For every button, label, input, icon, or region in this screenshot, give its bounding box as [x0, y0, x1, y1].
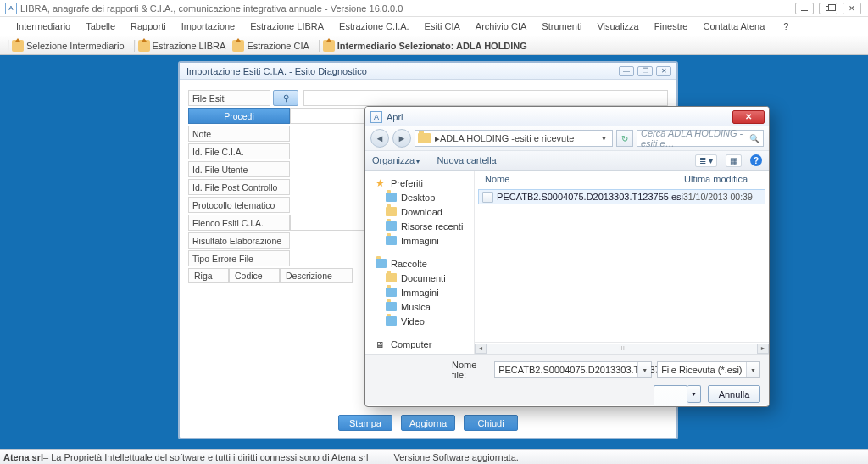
navigation-tree[interactable]: Preferiti Desktop Download Risorse recen… [365, 171, 475, 354]
restore-button[interactable] [819, 3, 837, 14]
statusbar: Atena srl – La Proprietà Intellettuale d… [0, 449, 868, 464]
close-button[interactable] [843, 3, 861, 14]
tree-computer[interactable]: Computer [391, 339, 431, 349]
toolbar-selezione-intermediario[interactable]: Selezione Intermediario [26, 41, 125, 51]
toolbar-intermediario-selezionato: Intermediario Selezionato: ADLA HOLDING [337, 41, 527, 51]
label-protocollo-telematico: Protocollo telematico [188, 197, 290, 213]
esito-footer-buttons: Stampa Aggiorna Chiudi [180, 415, 676, 431]
view-mode-button[interactable]: ≣ ▾ [695, 154, 717, 167]
open-dialog-close-button[interactable]: ✕ [732, 110, 765, 124]
menu-strumenti[interactable]: Strumenti [534, 21, 589, 31]
esito-minimize-button[interactable]: — [619, 66, 634, 76]
search-placeholder: Cerca ADLA HOLDING -esiti e… [641, 128, 749, 148]
label-file-esiti: File Esiti [188, 90, 270, 106]
chevron-down-icon[interactable]: ▼ [596, 136, 612, 142]
procedi-button[interactable]: Procedi [188, 108, 290, 124]
col-nome[interactable]: Nome [475, 174, 684, 184]
menu-tabelle[interactable]: Tabelle [78, 21, 123, 31]
breadcrumb-path[interactable]: ▸ ADLA HOLDING -esiti e ricevute ▼ [415, 130, 613, 147]
filename-combo[interactable]: PECATB2.S0004075.D2013303.T123755.esi ▼ [494, 361, 652, 378]
menu-visualizza[interactable]: Visualizza [589, 21, 646, 31]
tree-documenti[interactable]: Documenti [401, 273, 446, 283]
menu-intermediario[interactable]: Intermediario [8, 21, 78, 31]
chevron-down-icon[interactable]: ▼ [637, 362, 651, 377]
chiudi-button[interactable]: Chiudi [464, 415, 518, 431]
open-button[interactable]: Apri [654, 385, 687, 407]
menu-esiti-cia[interactable]: Esiti CIA [417, 21, 468, 31]
columns-button[interactable]: ▦ [726, 154, 742, 167]
tree-raccolte[interactable]: Raccolte [391, 259, 427, 269]
folder-icon [418, 133, 431, 143]
minimize-button[interactable] [795, 3, 814, 14]
app-titlebar: A LIBRA, anagrafe dei rapporti & C.I.A.,… [0, 0, 868, 17]
open-dropdown-button[interactable]: ▼ [687, 385, 701, 403]
forward-button[interactable]: ► [392, 129, 411, 148]
music-icon [386, 302, 397, 311]
cancel-button[interactable]: Annulla [708, 385, 760, 403]
label-tipo-errore: Tipo Errore File [188, 250, 290, 266]
esito-titlebar: Importazione Esiti C.I.A. - Esito Diagno… [180, 63, 676, 80]
esito-close-button[interactable]: ✕ [656, 66, 671, 76]
menu-rapporti[interactable]: Rapporti [123, 21, 174, 31]
menu-help[interactable]: ? [776, 21, 796, 31]
file-list[interactable]: PECATB2.S0004075.D2013303.T123755.esi 31… [475, 187, 769, 342]
tree-musica[interactable]: Musica [401, 302, 431, 312]
stampa-button[interactable]: Stampa [338, 415, 392, 431]
file-row[interactable]: PECATB2.S0004075.D2013303.T123755.esi 31… [478, 189, 765, 204]
tree-preferiti[interactable]: Preferiti [391, 178, 423, 188]
tree-immagini[interactable]: Immagini [401, 236, 439, 246]
toolbar-estrazione-cia[interactable]: Estrazione CIA [247, 41, 309, 51]
toolbar: Selezione Intermediario Estrazione LIBRA… [0, 36, 868, 55]
open-dialog-toolbar: Organizza Nuova cartella ≣ ▾ ▦ ? [365, 150, 769, 171]
file-list-panel: Nome Ultima modifica PECATB2.S0004075.D2… [475, 171, 769, 354]
file-date: 31/10/2013 00:39 [683, 192, 765, 202]
home-icon [323, 40, 335, 52]
filename-label: Nome file: [452, 360, 489, 380]
app-icon: A [5, 3, 17, 14]
esito-title: Importazione Esiti C.I.A. - Esito Diagno… [186, 66, 367, 76]
tree-video[interactable]: Video [401, 316, 425, 327]
open-dialog-titlebar: A Apri ✕ [365, 107, 769, 126]
col-descrizione[interactable]: Descrizione [280, 268, 353, 283]
esito-restore-button[interactable]: ❐ [637, 66, 653, 76]
scroll-left-button[interactable]: ◄ [475, 344, 487, 354]
computer-icon [376, 339, 387, 349]
search-input[interactable]: Cerca ADLA HOLDING -esiti e… 🔍 [637, 130, 764, 147]
toolbar-estrazione-libra[interactable]: Estrazione LIBRA [153, 41, 226, 51]
aggiorna-button[interactable]: Aggiorna [401, 415, 455, 431]
menu-contatta-atena[interactable]: Contatta Atena [695, 21, 772, 31]
label-elenco-esiti: Elenco Esiti C.I.A. [188, 215, 290, 231]
col-codice[interactable]: Codice [229, 268, 280, 283]
separator [8, 40, 9, 52]
help-icon[interactable]: ? [750, 154, 762, 166]
new-folder-button[interactable]: Nuova cartella [437, 155, 496, 165]
tree-risorse-recenti[interactable]: Risorse recenti [401, 221, 463, 232]
scroll-right-button[interactable]: ► [757, 344, 769, 354]
tree-desktop[interactable]: Desktop [401, 193, 435, 203]
menu-estrazione-libra[interactable]: Estrazione LIBRA [242, 21, 331, 31]
horizontal-scrollbar[interactable]: ◄ III ► [475, 342, 769, 354]
desktop-icon [386, 193, 397, 202]
menu-finestre[interactable]: Finestre [647, 21, 696, 31]
menu-importazione[interactable]: Importazione [174, 21, 243, 31]
scroll-track[interactable]: III [487, 344, 757, 354]
filetype-combo[interactable]: File Ricevuta (*.esi) ▼ [657, 361, 760, 378]
refresh-button[interactable]: ↻ [616, 130, 633, 147]
tree-download[interactable]: Download [401, 207, 442, 217]
tree-immagini-2[interactable]: Immagini [401, 288, 439, 298]
chevron-down-icon[interactable]: ▼ [746, 362, 760, 377]
status-company: Atena srl [3, 452, 43, 462]
menu-estrazione-cia[interactable]: Estrazione C.I.A. [331, 21, 417, 31]
col-riga[interactable]: Riga [188, 268, 229, 283]
file-esiti-field[interactable] [303, 90, 668, 106]
organize-button[interactable]: Organizza [372, 155, 420, 165]
file-name: PECATB2.S0004075.D2013303.T123755.esi [497, 192, 683, 202]
back-button[interactable]: ◄ [370, 129, 389, 148]
menu-archivio-cia[interactable]: Archivio CIA [468, 21, 535, 31]
browse-button[interactable]: ⚲ [273, 90, 298, 106]
file-icon [482, 192, 493, 203]
filetype-value: File Ricevuta (*.esi) [661, 365, 742, 375]
home-icon [138, 40, 150, 52]
col-ultima-modifica[interactable]: Ultima modifica [684, 174, 769, 184]
tree-acer-c[interactable]: Acer (C:) [401, 354, 438, 355]
